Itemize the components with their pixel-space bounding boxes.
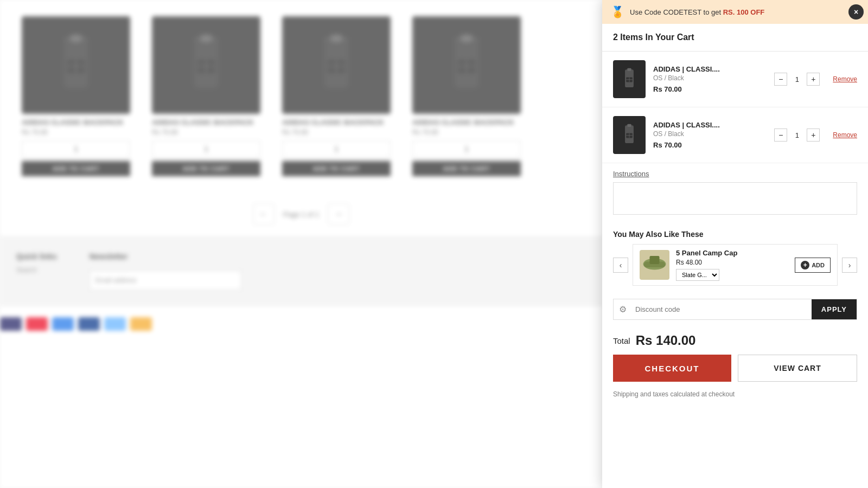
svg-rect-35 — [627, 124, 631, 127]
cart-item-price: Rs 70.00 — [653, 85, 767, 93]
upsell-item-price: Rs 48.00 — [676, 259, 788, 266]
quantity-increase-button[interactable]: + — [807, 129, 820, 142]
carousel-next-button[interactable]: › — [842, 258, 857, 273]
upsell-title: You May Also Like These — [613, 230, 857, 239]
upsell-carousel: ‹ 5 Panel Camp Cap Rs 48.00 Slate G... — [613, 244, 857, 286]
cart-item-name: ADIDAS | CLASSI.... — [653, 65, 767, 73]
total-amount: Rs 140.00 — [636, 333, 696, 348]
quantity-decrease-button[interactable]: − — [774, 129, 787, 142]
cart-item-info: ADIDAS | CLASSI.... OS / Black Rs 70.00 — [653, 65, 767, 93]
cart-item-image — [613, 116, 646, 154]
upsell-item-name: 5 Panel Camp Cap — [676, 249, 788, 257]
cart-header: 2 Items In Your Cart — [602, 24, 868, 52]
cart-item-variant: OS / Black — [653, 130, 767, 138]
cart-item: ADIDAS | CLASSI.... OS / Black Rs 70.00 … — [602, 107, 868, 163]
checkout-button[interactable]: CHECKOUT — [613, 355, 731, 382]
carousel-prev-button[interactable]: ‹ — [613, 258, 628, 273]
shipping-note: Shipping and taxes calculated at checkou… — [602, 387, 868, 407]
quantity-value: 1 — [793, 75, 801, 84]
discount-section: ⚙ APPLY — [602, 292, 868, 326]
upsell-item: 5 Panel Camp Cap Rs 48.00 Slate G... + A… — [633, 244, 838, 286]
upsell-add-button[interactable]: + ADD — [795, 258, 831, 273]
instructions-section: Instructions — [602, 163, 868, 223]
discount-apply-button[interactable]: APPLY — [812, 299, 857, 319]
quantity-decrease-button[interactable]: − — [774, 73, 787, 86]
remove-item-button[interactable]: Remove — [833, 75, 857, 83]
upsell-section: You May Also Like These ‹ 5 Panel Camp C… — [602, 223, 868, 292]
cart-item: ADIDAS | CLASSI.... OS / Black Rs 70.00 … — [602, 52, 868, 107]
promo-text: Use Code CODETEST to get RS. 100 OFF — [630, 8, 764, 16]
background-overlay — [0, 0, 602, 488]
close-button[interactable]: × — [848, 4, 864, 20]
upsell-item-image — [640, 250, 669, 280]
action-buttons: CHECKOUT VIEW CART — [602, 355, 868, 387]
instructions-label[interactable]: Instructions — [613, 170, 857, 178]
plus-icon: + — [801, 261, 809, 269]
cart-item-variant: OS / Black — [653, 74, 767, 82]
cart-items: ADIDAS | CLASSI.... OS / Black Rs 70.00 … — [602, 52, 868, 163]
svg-rect-38 — [650, 256, 660, 264]
discount-input[interactable] — [632, 300, 812, 319]
discount-icon: ⚙ — [614, 304, 632, 314]
promo-icon: 🏅 — [611, 5, 624, 18]
cart-panel: × 🏅 Use Code CODETEST to get RS. 100 OFF… — [602, 0, 868, 488]
instructions-textarea[interactable] — [613, 182, 857, 215]
cart-item-quantity: − 1 + — [774, 129, 820, 142]
cart-item-name: ADIDAS | CLASSI.... — [653, 121, 767, 129]
cart-item-info: ADIDAS | CLASSI.... OS / Black Rs 70.00 — [653, 121, 767, 149]
promo-banner: 🏅 Use Code CODETEST to get RS. 100 OFF — [602, 0, 868, 24]
total-section: Total Rs 140.00 — [602, 326, 868, 355]
cart-item-price: Rs 70.00 — [653, 141, 767, 149]
upsell-item-info: 5 Panel Camp Cap Rs 48.00 Slate G... — [676, 249, 788, 281]
cart-item-quantity: − 1 + — [774, 73, 820, 86]
cart-item-image — [613, 60, 646, 98]
quantity-value: 1 — [793, 131, 801, 139]
view-cart-button[interactable]: VIEW CART — [738, 355, 857, 382]
total-label: Total — [613, 336, 630, 345]
svg-rect-29 — [627, 68, 631, 71]
upsell-variant-select[interactable]: Slate G... — [676, 269, 719, 281]
quantity-increase-button[interactable]: + — [807, 73, 820, 86]
remove-item-button[interactable]: Remove — [833, 131, 857, 139]
discount-row: ⚙ APPLY — [613, 299, 857, 320]
